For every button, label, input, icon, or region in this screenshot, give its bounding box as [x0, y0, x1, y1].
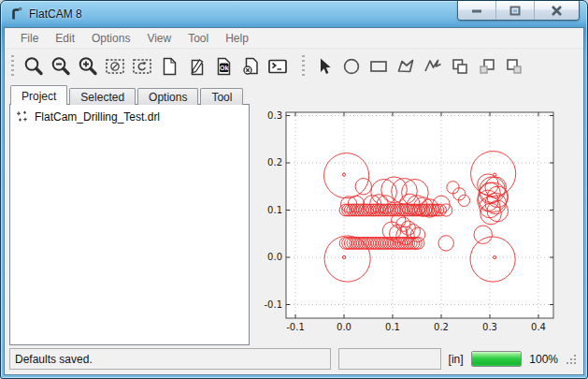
app-window: FlatCAM 8 File Edit Options View Tool He…	[0, 0, 588, 379]
draw-polygon-button[interactable]	[392, 53, 419, 80]
tree-item-drill-file[interactable]: FlatCam_Drilling_Test.drl	[12, 109, 247, 125]
tree-item-label: FlatCam_Drilling_Test.drl	[35, 110, 160, 124]
zoom-fit-icon	[22, 55, 45, 78]
menu-bar: File Edit Options View Tool Help	[5, 28, 583, 49]
shell-icon	[266, 55, 289, 78]
union-button[interactable]	[446, 53, 473, 80]
svg-text:-0.1: -0.1	[286, 322, 305, 332]
zoom-in-button[interactable]	[74, 53, 101, 80]
new-project-button[interactable]	[155, 53, 182, 80]
zoom-fit-button[interactable]	[20, 53, 47, 80]
zoom-out-icon	[50, 55, 72, 78]
toolbar: Ok	[5, 50, 583, 83]
ok-file-icon: Ok	[212, 55, 235, 78]
progress-percent: 100%	[529, 353, 558, 366]
path-tool-icon	[422, 55, 444, 78]
draw-circle-button[interactable]	[337, 53, 365, 80]
new-file-icon	[158, 55, 180, 78]
accept-ok-button[interactable]: Ok	[209, 53, 237, 80]
minimize-icon	[471, 6, 482, 15]
drill-plot[interactable]: -0.10.00.10.20.30.4-0.10.00.10.20.3	[252, 85, 581, 348]
status-bar: Defaults saved. [in] 100%	[5, 345, 583, 374]
maximize-button[interactable]	[496, 1, 535, 20]
subtract-right-icon	[503, 55, 525, 78]
subtract-left-icon	[476, 55, 498, 78]
window-title: FlatCAM 8	[29, 7, 82, 21]
subtract-right-button[interactable]	[500, 53, 527, 80]
replot-button[interactable]	[128, 53, 155, 80]
project-tree[interactable]: FlatCam_Drilling_Test.drl	[9, 104, 250, 345]
svg-text:0.0: 0.0	[267, 252, 282, 262]
svg-text:0.3: 0.3	[482, 322, 497, 332]
units-label: [in]	[449, 353, 464, 366]
close-button[interactable]	[535, 1, 579, 20]
svg-text:0.2: 0.2	[434, 322, 449, 332]
menu-help[interactable]: Help	[217, 29, 257, 48]
status-aux-box	[338, 348, 441, 370]
menu-options[interactable]: Options	[83, 29, 138, 48]
svg-text:-0.1: -0.1	[264, 299, 282, 310]
main-area: Project Selected Options Tool	[5, 84, 583, 345]
replot-icon	[131, 55, 153, 78]
svg-text:0.1: 0.1	[385, 322, 400, 332]
tab-tool[interactable]: Tool	[200, 88, 243, 105]
tab-bar: Project Selected Options Tool	[9, 85, 250, 105]
minimize-button[interactable]	[458, 1, 496, 20]
maximize-icon	[509, 6, 521, 16]
status-message-box: Defaults saved.	[9, 348, 331, 370]
select-pointer-button[interactable]	[310, 53, 337, 80]
close-icon	[551, 6, 563, 16]
draw-path-button[interactable]	[419, 53, 446, 80]
left-panel: Project Selected Options Tool	[9, 85, 250, 345]
toolbar-drag-handle[interactable]	[11, 55, 14, 78]
clear-plot-button[interactable]	[101, 53, 128, 80]
resize-grip-icon	[566, 354, 578, 366]
title-bar[interactable]: FlatCAM 8	[1, 1, 587, 27]
svg-text:0.4: 0.4	[531, 322, 546, 332]
menu-tool[interactable]: Tool	[179, 29, 217, 48]
shell-button[interactable]	[264, 53, 291, 80]
zoom-in-icon	[77, 55, 99, 78]
draw-rectangle-button[interactable]	[365, 53, 392, 80]
zoom-out-button[interactable]	[47, 53, 74, 80]
caption-buttons	[457, 1, 580, 21]
toolbar-drag-handle-2[interactable]	[302, 55, 305, 78]
resize-grip[interactable]	[566, 353, 578, 372]
cancel-button[interactable]	[237, 53, 264, 80]
flatcam-logo-icon	[9, 7, 24, 22]
svg-text:0.0: 0.0	[337, 322, 351, 332]
tab-project[interactable]: Project	[10, 85, 67, 105]
tab-selected[interactable]: Selected	[69, 88, 136, 105]
pointer-icon	[313, 55, 336, 78]
edit-file-icon	[185, 55, 208, 78]
menu-view[interactable]: View	[138, 29, 179, 48]
subtract-left-button[interactable]	[473, 53, 500, 80]
open-project-button[interactable]	[182, 53, 209, 80]
svg-text:0.2: 0.2	[267, 157, 282, 168]
svg-text:0.3: 0.3	[267, 110, 282, 121]
svg-text:Ok: Ok	[220, 65, 228, 71]
clear-plot-icon	[104, 55, 126, 78]
client-area: File Edit Options View Tool Help	[4, 27, 584, 375]
progress-bar	[471, 351, 523, 367]
menu-edit[interactable]: Edit	[47, 29, 83, 48]
plot-canvas[interactable]: -0.10.00.10.20.30.4-0.10.00.10.20.3	[252, 85, 581, 345]
circle-tool-icon	[340, 55, 363, 78]
drill-icon	[16, 110, 29, 124]
status-message: Defaults saved.	[15, 353, 93, 366]
rectangle-tool-icon	[367, 55, 390, 78]
tab-options[interactable]: Options	[137, 88, 198, 105]
menu-file[interactable]: File	[12, 29, 47, 48]
svg-text:0.1: 0.1	[267, 205, 282, 215]
union-icon	[449, 55, 471, 78]
cancel-file-icon	[239, 55, 262, 78]
polygon-tool-icon	[394, 55, 417, 78]
